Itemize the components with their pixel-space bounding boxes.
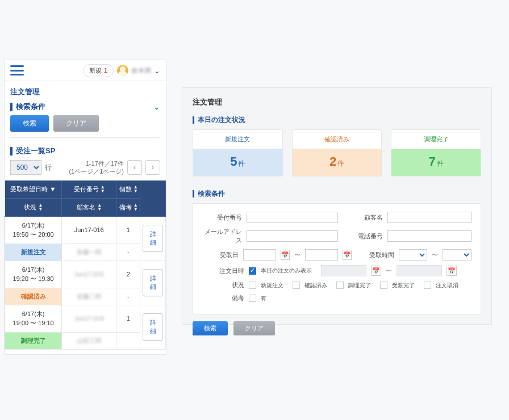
- cell-status: 新規注文: [5, 243, 62, 261]
- lbl-customer: 顧客名: [353, 213, 383, 222]
- col-pickup[interactable]: 受取希望日時 ▼: [5, 180, 62, 199]
- cell-pickup: 6/17(木)19:00 〜 19:10: [5, 305, 62, 332]
- status-cancelled-checkbox[interactable]: [424, 282, 431, 289]
- prev-page-button[interactable]: ‹: [127, 160, 142, 175]
- calendar-icon[interactable]: 📅: [447, 266, 457, 276]
- pickup-date-from[interactable]: [243, 249, 276, 261]
- lbl-memo: 備考: [202, 294, 244, 303]
- cell-qty: 2: [116, 261, 140, 288]
- phone-input[interactable]: [387, 230, 472, 242]
- lbl-phone: 電話番号: [353, 232, 383, 241]
- lbl-email: メールアドレス: [202, 228, 242, 245]
- lbl-pickup-date: 受取日: [202, 251, 239, 259]
- col-status[interactable]: 状況: [5, 198, 62, 216]
- status-delivered-checkbox[interactable]: [380, 282, 387, 289]
- search-button[interactable]: 検索: [193, 321, 228, 335]
- card-done-label: 調理完了: [391, 130, 481, 149]
- card-new[interactable]: 新規注文 5件: [193, 129, 283, 177]
- mobile-header: 新規 1 鈴木潤 ⌄: [5, 60, 166, 81]
- new-label: 新規: [89, 66, 102, 75]
- pickup-date-to[interactable]: [305, 249, 338, 261]
- today-only-label: 本日の注文のみ表示: [261, 267, 312, 275]
- search-buttons: 検索 クリア: [5, 115, 166, 137]
- new-orders-pill[interactable]: 新規 1: [83, 64, 114, 77]
- cell-pickup: 6/17(木)19:20 〜 19:30: [5, 261, 62, 288]
- card-confirmed[interactable]: 確認済み 2件: [292, 129, 382, 177]
- card-done-count: 7: [429, 154, 436, 169]
- page-title: 注文管理: [5, 81, 166, 102]
- cell-orderno: Jun17-016: [62, 216, 116, 243]
- pickup-time-to[interactable]: [443, 249, 472, 261]
- cell-customer: 加藤一郎: [62, 243, 116, 261]
- table-header: 受取希望日時 ▼ 受付番号 個数 状況 顧客名 備考: [5, 180, 166, 217]
- cell-qty: 1: [116, 305, 140, 332]
- cell-customer: 山田三郎: [62, 332, 116, 349]
- lbl-orderno: 受付番号: [202, 213, 242, 222]
- today-section-label: 本日の注文状況: [193, 115, 481, 125]
- status-confirmed-checkbox[interactable]: [293, 282, 300, 289]
- pagination-count: 1-17件／17件: [69, 159, 124, 167]
- card-new-count: 5: [230, 154, 237, 169]
- search-section-label: 検索条件: [193, 189, 481, 199]
- cell-qty: 1: [116, 216, 140, 243]
- rows-suffix: 行: [45, 163, 52, 173]
- detail-button[interactable]: 詳細: [143, 313, 163, 341]
- card-new-label: 新規注文: [193, 130, 282, 149]
- mobile-panel: 新規 1 鈴木潤 ⌄ 注文管理 検索条件 ⌄ 検索 クリア 受注一覧SP 500…: [4, 60, 166, 355]
- col-memo[interactable]: 備考: [116, 198, 140, 216]
- avatar-icon[interactable]: [117, 65, 128, 76]
- col-orderno[interactable]: 受付番号: [62, 180, 116, 199]
- cell-orderno: Jun17-015: [62, 261, 116, 288]
- cell-detail: 詳細: [140, 261, 166, 305]
- search-section-label: 検索条件: [10, 102, 45, 112]
- email-input[interactable]: [247, 230, 337, 242]
- search-button[interactable]: 検索: [10, 115, 49, 132]
- chevron-down-icon[interactable]: ⌄: [154, 66, 160, 75]
- calendar-icon[interactable]: 📅: [371, 266, 381, 276]
- search-section-header[interactable]: 検索条件 ⌄: [5, 102, 166, 115]
- new-count: 1: [104, 67, 107, 74]
- table-row: 6/17(木)19:00 〜 19:10Jun17-0141詳細: [5, 305, 166, 332]
- detail-button[interactable]: 詳細: [143, 269, 163, 296]
- chevron-down-icon[interactable]: ⌄: [153, 102, 160, 111]
- clear-button[interactable]: クリア: [233, 321, 275, 335]
- order-date-to: [397, 265, 442, 276]
- rows-per-page: 500 行: [10, 160, 52, 175]
- lbl-order-datetime: 注文日時: [202, 267, 244, 275]
- card-done[interactable]: 調理完了 7件: [391, 129, 481, 177]
- status-cooked-checkbox[interactable]: [336, 282, 344, 289]
- clear-button[interactable]: クリア: [53, 115, 99, 132]
- pickup-time-from[interactable]: [399, 249, 428, 261]
- pagination: 1-17件／17件 (1ページ／1ページ) ‹ ›: [69, 159, 160, 176]
- card-confirmed-count: 2: [329, 154, 336, 169]
- col-detail: [140, 180, 166, 217]
- orderno-input[interactable]: [247, 212, 337, 223]
- desktop-panel: 注文管理 本日の注文状況 新規注文 5件 確認済み 2件 調理完了 7件 検索条…: [182, 87, 492, 325]
- rows-select[interactable]: 500: [10, 160, 41, 175]
- detail-button[interactable]: 詳細: [143, 225, 163, 252]
- today-only-checkbox[interactable]: [249, 267, 256, 275]
- list-section-header: 受注一覧SP: [5, 146, 166, 159]
- calendar-icon[interactable]: 📅: [343, 250, 352, 260]
- table-row: 6/17(木)19:50 〜 20:00Jun17-0161詳細: [5, 216, 166, 243]
- pagination-pages: (1ページ／1ページ): [69, 167, 124, 175]
- cell-status: 確認済み: [5, 288, 62, 305]
- list-section-label: 受注一覧SP: [10, 146, 55, 156]
- next-page-button[interactable]: ›: [145, 160, 160, 175]
- memo-checkbox[interactable]: [249, 295, 256, 302]
- list-controls: 500 行 1-17件／17件 (1ページ／1ページ) ‹ ›: [5, 159, 166, 180]
- search-form: 受付番号 顧客名 メールアドレス 電話番号 受取日 📅 〜 📅 受取時間 〜 注…: [193, 203, 481, 314]
- hamburger-icon[interactable]: [10, 65, 24, 75]
- cell-customer: 佐藤二郎: [62, 288, 116, 305]
- card-confirmed-label: 確認済み: [293, 130, 382, 149]
- status-new-checkbox[interactable]: [249, 282, 256, 289]
- cell-orderno: Jun17-014: [62, 305, 116, 332]
- search-buttons: 検索 クリア: [193, 321, 481, 335]
- col-customer[interactable]: 顧客名: [62, 198, 116, 216]
- lbl-pickup-time: 受取時間: [366, 251, 394, 259]
- customer-input[interactable]: [387, 212, 472, 223]
- calendar-icon[interactable]: 📅: [281, 250, 290, 260]
- page-title: 注文管理: [193, 97, 481, 107]
- col-qty[interactable]: 個数: [116, 180, 140, 199]
- cell-memo: -: [116, 243, 140, 261]
